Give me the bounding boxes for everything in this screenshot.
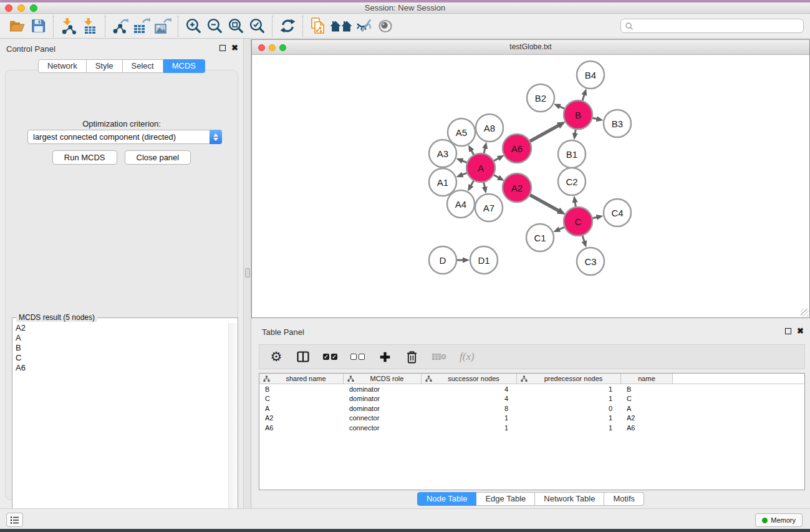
- table-cell[interactable]: dominator: [344, 384, 422, 394]
- network-canvas[interactable]: B4B2BB3A8A5A6A3B1AC2A1A2A4A7C4CC1DD1C3: [252, 55, 809, 317]
- close-table-panel-icon[interactable]: ✖: [797, 328, 804, 334]
- table-cell[interactable]: 1: [517, 414, 621, 423]
- table-row[interactable]: Bdominator41B: [259, 384, 804, 394]
- result-item[interactable]: C: [13, 353, 228, 363]
- column-header-name[interactable]: name: [621, 374, 673, 384]
- table-cell[interactable]: 4: [422, 394, 517, 404]
- zoom-out-button[interactable]: [204, 16, 225, 36]
- function-icon: f(x): [460, 351, 475, 363]
- network-window-titlebar[interactable]: testGlobe.txt: [252, 40, 809, 55]
- zoom-selected-button[interactable]: [246, 16, 268, 36]
- zoom-in-button[interactable]: [183, 16, 204, 36]
- memory-button[interactable]: Memory: [755, 513, 803, 527]
- table-cell[interactable]: 1: [422, 423, 517, 433]
- edge-A6-B[interactable]: [528, 125, 559, 142]
- tab-mcds[interactable]: MCDS: [163, 59, 205, 73]
- open-session-button[interactable]: [6, 16, 27, 36]
- table-cell[interactable]: connector: [344, 423, 422, 433]
- tab-network-table[interactable]: Network Table: [535, 492, 604, 506]
- resize-grip-icon[interactable]: [801, 309, 809, 317]
- table-cell[interactable]: 8: [422, 404, 517, 414]
- first-neighbors-button[interactable]: [329, 16, 354, 36]
- table-cell[interactable]: B: [259, 384, 344, 394]
- table-cell[interactable]: 1: [517, 384, 621, 394]
- network-graph[interactable]: B4B2BB3A8A5A6A3B1AC2A1A2A4A7C4CC1DD1C3: [252, 55, 809, 317]
- result-item[interactable]: A6: [13, 363, 228, 373]
- table-cell[interactable]: 0: [517, 404, 621, 414]
- table-cell[interactable]: A2: [259, 414, 344, 423]
- function-builder-button[interactable]: f(x): [460, 349, 475, 365]
- result-item[interactable]: A2: [13, 323, 228, 333]
- table-cell[interactable]: dominator: [344, 404, 422, 414]
- hierarchy-icon: [425, 375, 432, 382]
- float-panel-icon[interactable]: [219, 45, 226, 51]
- deselect-all-button[interactable]: [350, 349, 365, 365]
- dropdown-stepper-icon: [210, 130, 222, 144]
- main-titlebar[interactable]: Session: New Session: [0, 2, 810, 14]
- import-network-button[interactable]: [58, 16, 79, 36]
- tab-network[interactable]: Network: [38, 59, 87, 73]
- node-table[interactable]: shared nameMCDS rolesuccessor nodesprede…: [259, 373, 805, 490]
- arrowhead-icon: [554, 104, 561, 109]
- result-item[interactable]: B: [13, 343, 228, 353]
- table-cell[interactable]: C: [621, 394, 673, 404]
- column-header-successor-nodes[interactable]: successor nodes: [422, 374, 517, 384]
- table-cell[interactable]: 1: [422, 414, 517, 423]
- table-row[interactable]: Cdominator41C: [259, 394, 804, 404]
- table-cell[interactable]: A6: [259, 423, 344, 433]
- table-cell[interactable]: 4: [422, 384, 517, 394]
- table-cell[interactable]: B: [621, 384, 673, 394]
- table-cell[interactable]: dominator: [344, 394, 422, 404]
- network-from-clipboard-button[interactable]: [307, 16, 329, 36]
- result-item[interactable]: A: [13, 333, 228, 343]
- divider-grip[interactable]: [245, 268, 250, 278]
- table-cell[interactable]: A: [259, 404, 344, 414]
- select-all-button[interactable]: ✓ ✓: [323, 349, 337, 365]
- add-column-button[interactable]: [378, 349, 392, 365]
- import-table-button[interactable]: [79, 16, 100, 36]
- show-all-button[interactable]: [375, 16, 396, 36]
- settings-gear-button[interactable]: ⚙: [269, 349, 283, 365]
- table-cell[interactable]: C: [259, 394, 344, 404]
- hide-selected-button[interactable]: [354, 16, 375, 36]
- panel-divider[interactable]: [243, 39, 251, 508]
- tab-edge-table[interactable]: Edge Table: [476, 492, 535, 506]
- edge-A2-C[interactable]: [528, 194, 559, 211]
- close-panel-icon[interactable]: ✖: [231, 45, 238, 51]
- float-table-panel-icon[interactable]: [785, 328, 791, 334]
- graph-node-label: A2: [511, 183, 523, 193]
- table-cell[interactable]: A6: [621, 423, 673, 433]
- column-header-MCDS-role[interactable]: MCDS role: [344, 374, 422, 384]
- result-scrollbar[interactable]: [228, 323, 237, 526]
- table-row[interactable]: A6connector11A6: [259, 423, 804, 433]
- criterion-dropdown[interactable]: largest connected component (directed): [27, 130, 222, 144]
- table-cell[interactable]: connector: [344, 414, 422, 423]
- search-field[interactable]: [620, 19, 804, 33]
- graph-node-label: B1: [566, 149, 577, 160]
- close-panel-button[interactable]: Close panel: [125, 150, 191, 165]
- column-header-shared-name[interactable]: shared name: [259, 374, 344, 384]
- table-cell[interactable]: 1: [517, 423, 621, 433]
- tab-node-table[interactable]: Node Table: [417, 492, 477, 506]
- table-cell[interactable]: A: [621, 404, 673, 414]
- tab-select[interactable]: Select: [123, 59, 163, 73]
- export-image-button[interactable]: [152, 16, 173, 36]
- refresh-layout-button[interactable]: [277, 16, 298, 36]
- tab-motifs[interactable]: Motifs: [604, 492, 644, 506]
- run-mcds-button[interactable]: Run MCDS: [52, 150, 117, 165]
- delete-column-button[interactable]: [405, 349, 418, 365]
- save-session-button[interactable]: [27, 16, 49, 36]
- tab-style[interactable]: Style: [87, 59, 123, 73]
- task-history-button[interactable]: [6, 513, 23, 527]
- zoom-fit-button[interactable]: [225, 16, 246, 36]
- table-row[interactable]: A2connector11A2: [259, 414, 804, 423]
- table-cell[interactable]: A2: [621, 414, 673, 423]
- delete-table-button[interactable]: [432, 349, 446, 365]
- export-table-button[interactable]: [131, 16, 152, 36]
- export-network-button[interactable]: [110, 16, 131, 36]
- table-cell[interactable]: 1: [517, 394, 621, 404]
- column-layout-button[interactable]: [296, 349, 310, 365]
- column-header-predecessor-nodes[interactable]: predecessor nodes: [517, 374, 621, 384]
- search-input[interactable]: [634, 22, 803, 31]
- table-row[interactable]: Adominator80A: [259, 404, 804, 414]
